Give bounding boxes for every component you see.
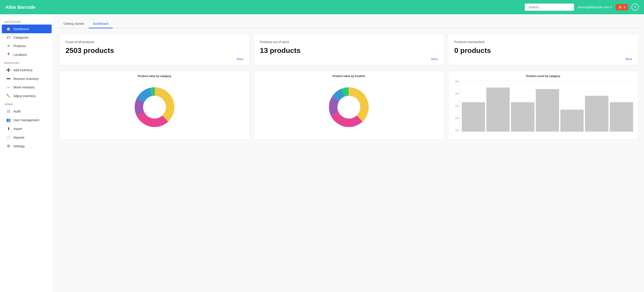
sidebar-item-label: Move inventory <box>14 86 35 89</box>
sidebar-item-categories[interactable]: 🏷 Categories <box>2 33 52 42</box>
notification-button[interactable]: 🔔 3 <box>616 4 628 10</box>
sidebar-item-label: Dashboard <box>14 27 29 31</box>
tab-getting-started[interactable]: Getting started <box>59 20 88 28</box>
sidebar-item-reports[interactable]: 📄 Reports <box>2 133 52 142</box>
chevron-down-icon: ▾ <box>611 5 612 9</box>
tab-bar: Getting started Dashboard <box>59 20 639 28</box>
sidebar: NAVIGATION 🏠 Dashboard 🏷 Categories ≡ Pr… <box>0 14 54 292</box>
sidebar-item-add-inventory[interactable]: ➕ Add inventory <box>2 66 52 74</box>
stat-card-overstocked: Products overstocked 0 products More <box>448 34 639 65</box>
sidebar-item-label: Categories <box>14 36 28 39</box>
sidebar-item-label: Adjust inventory <box>14 94 36 98</box>
nav-section-label: NAVIGATION <box>0 18 54 24</box>
bell-icon: 🔔 <box>618 5 622 9</box>
sidebar-item-locations[interactable]: 📍 Locations <box>2 50 52 59</box>
bar-0 <box>462 102 485 132</box>
bar-1 <box>486 88 510 132</box>
sidebar-item-move-inventory[interactable]: ↔ Move inventory <box>2 83 52 92</box>
header-right: simon@atlascode.com ▾ 🔔 3 ? <box>525 3 639 11</box>
stat-more-overstocked[interactable]: More <box>454 57 632 61</box>
svg-point-5 <box>143 96 166 118</box>
bar-5 <box>585 96 608 132</box>
svg-point-11 <box>338 96 360 118</box>
add-inventory-icon: ➕ <box>6 68 11 72</box>
main-content: Getting started Dashboard Count of all p… <box>54 14 644 292</box>
stat-card-out-of-stock: Products out of stock 13 products More <box>253 34 444 65</box>
chart-title-value-by-category: Product value by category <box>63 75 246 78</box>
reports-icon: 📄 <box>6 135 11 140</box>
sidebar-item-import[interactable]: ⬇ Import <box>2 124 52 133</box>
sidebar-item-label: Reports <box>14 136 24 139</box>
sidebar-item-label: Add inventory <box>14 68 33 72</box>
search-input[interactable] <box>525 3 574 11</box>
products-icon: ≡ <box>6 44 11 48</box>
sidebar-item-audit[interactable]: ☑ Audit <box>2 107 52 116</box>
sidebar-item-label: Import <box>14 127 22 131</box>
chart-value-by-category: Product value by category <box>59 71 250 140</box>
sidebar-item-products[interactable]: ≡ Products <box>2 42 52 50</box>
stat-card-all-products: Count of all products 2503 products More <box>59 34 250 65</box>
stat-value-overstocked: 0 products <box>454 46 632 55</box>
locations-icon: 📍 <box>6 52 11 57</box>
app-header: Atlas Barcode simon@atlascode.com ▾ 🔔 3 … <box>0 0 644 14</box>
user-email: simon@atlascode.com <box>578 5 609 9</box>
sidebar-item-remove-inventory[interactable]: ➖ Remove inventory <box>2 74 52 83</box>
question-icon: ? <box>634 5 636 9</box>
bar-3 <box>536 89 559 132</box>
bar-6 <box>610 102 633 132</box>
user-management-icon: 👥 <box>6 118 11 122</box>
stat-more-all-products[interactable]: More <box>66 57 243 61</box>
stat-label-all-products: Count of all products <box>66 40 243 44</box>
chart-count-by-category: Product count by category 350 300 250 20… <box>448 71 639 140</box>
categories-icon: 🏷 <box>6 35 11 39</box>
audit-icon: ☑ <box>6 109 11 113</box>
chart-title-value-by-location: Product value by location <box>257 75 440 78</box>
admin-section-label: ADMIN <box>0 100 54 107</box>
chart-value-by-location: Product value by location <box>253 71 444 140</box>
donut-value-by-location <box>257 80 440 134</box>
tab-dashboard[interactable]: Dashboard <box>88 20 113 28</box>
sidebar-item-label: Locations <box>14 53 27 56</box>
inventory-section-label: INVENTORY <box>0 59 54 66</box>
dashboard-icon: 🏠 <box>6 27 11 31</box>
sidebar-item-user-management[interactable]: 👥 User management <box>2 116 52 124</box>
stat-label-out-of-stock: Products out of stock <box>260 40 438 44</box>
adjust-inventory-icon: ✏️ <box>6 94 11 98</box>
stat-value-all-products: 2503 products <box>66 46 243 55</box>
bar-4 <box>560 110 584 132</box>
sidebar-item-label: Settings <box>14 145 25 148</box>
sidebar-item-label: Remove inventory <box>14 77 39 81</box>
remove-inventory-icon: ➖ <box>6 77 11 81</box>
settings-icon: ⚙ <box>6 144 11 148</box>
sidebar-item-adjust-inventory[interactable]: ✏️ Adjust inventory <box>2 92 52 100</box>
sidebar-item-dashboard[interactable]: 🏠 Dashboard <box>2 24 52 33</box>
donut-chart-2 <box>326 85 371 130</box>
bar-chart-bars <box>460 80 635 132</box>
chart-title-count-by-category: Product count by category <box>452 75 635 78</box>
sidebar-item-label: Products <box>14 44 26 48</box>
stat-value-out-of-stock: 13 products <box>260 46 438 55</box>
bar-chart-container: 350 300 250 200 150 <box>452 80 635 136</box>
bar-2 <box>511 102 534 132</box>
sidebar-item-label: User management <box>14 118 39 122</box>
import-icon: ⬇ <box>6 127 11 131</box>
notif-count: 3 <box>624 5 625 9</box>
sidebar-item-settings[interactable]: ⚙ Settings <box>2 142 52 150</box>
stats-row: Count of all products 2503 products More… <box>59 34 639 65</box>
y-axis: 350 300 250 200 150 <box>452 80 459 132</box>
main-layout: NAVIGATION 🏠 Dashboard 🏷 Categories ≡ Pr… <box>0 14 644 292</box>
donut-chart-1 <box>132 85 177 130</box>
sidebar-item-label: Audit <box>14 110 20 113</box>
donut-value-by-category <box>63 80 246 134</box>
stat-label-overstocked: Products overstocked <box>454 40 632 44</box>
app-logo: Atlas Barcode <box>5 5 36 10</box>
user-menu[interactable]: simon@atlascode.com ▾ <box>578 5 612 9</box>
charts-row: Product value by category <box>59 71 639 140</box>
help-button[interactable]: ? <box>632 3 639 11</box>
move-inventory-icon: ↔ <box>6 85 11 89</box>
stat-more-out-of-stock[interactable]: More <box>260 57 438 61</box>
